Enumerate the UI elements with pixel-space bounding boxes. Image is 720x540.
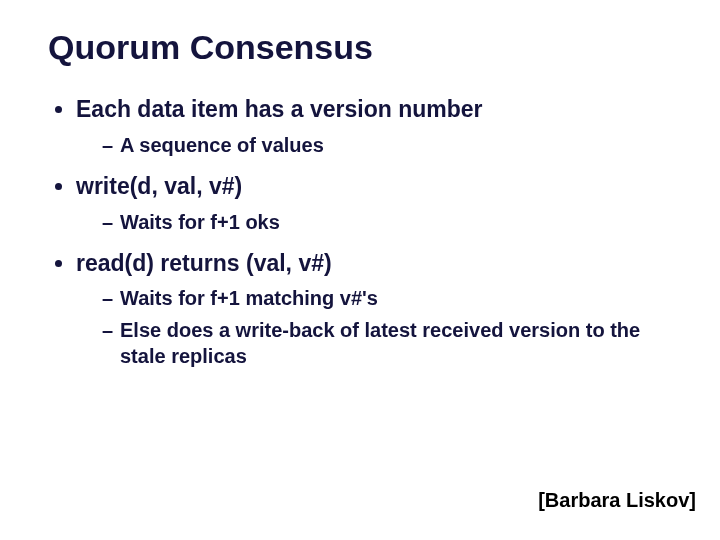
bullet-item: Each data item has a version number A se… xyxy=(76,95,672,158)
sub-item: Else does a write-back of latest receive… xyxy=(102,317,672,369)
slide: Quorum Consensus Each data item has a ve… xyxy=(0,0,720,540)
slide-title: Quorum Consensus xyxy=(48,28,672,67)
sub-list: Waits for f+1 oks xyxy=(76,209,672,235)
sub-list: A sequence of values xyxy=(76,132,672,158)
bullet-text: Each data item has a version number xyxy=(76,96,482,122)
sub-list: Waits for f+1 matching v#'s Else does a … xyxy=(76,285,672,369)
sub-item: Waits for f+1 oks xyxy=(102,209,672,235)
bullet-list: Each data item has a version number A se… xyxy=(48,95,672,369)
bullet-item: write(d, val, v#) Waits for f+1 oks xyxy=(76,172,672,235)
sub-item: A sequence of values xyxy=(102,132,672,158)
sub-item: Waits for f+1 matching v#'s xyxy=(102,285,672,311)
bullet-item: read(d) returns (val, v#) Waits for f+1 … xyxy=(76,249,672,370)
attribution: [Barbara Liskov] xyxy=(538,489,696,512)
bullet-text: read(d) returns (val, v#) xyxy=(76,250,332,276)
bullet-text: write(d, val, v#) xyxy=(76,173,242,199)
